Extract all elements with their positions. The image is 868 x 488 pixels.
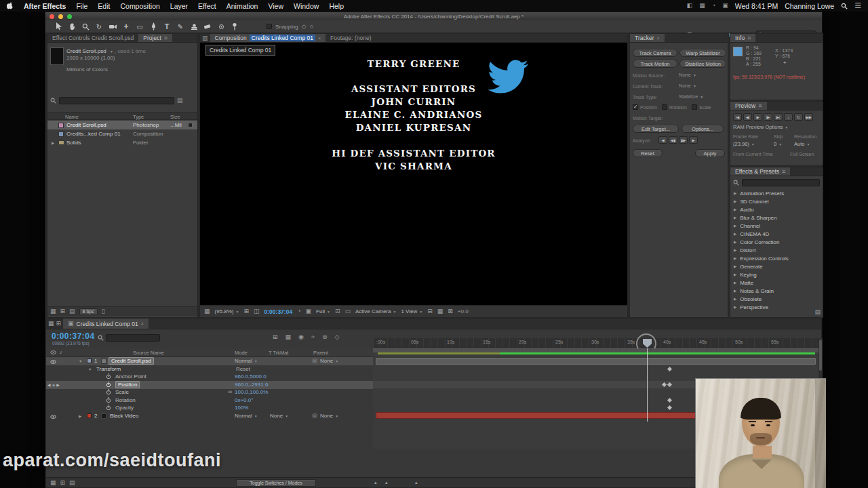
property-row[interactable]: Anchor Point 960.0,5000.0 [46, 373, 373, 381]
project-search-input[interactable] [59, 97, 174, 104]
hide-shy-layers-icon[interactable]: ◉ [298, 334, 304, 340]
scrollbar-thumb[interactable] [819, 340, 822, 371]
layer-name[interactable]: Credit Scroll.psd [108, 357, 154, 365]
effects-category[interactable]: ▶Noise & Grain [730, 287, 823, 295]
track-camera-button[interactable]: Track Camera [633, 49, 677, 57]
tab-effect-controls[interactable]: Effect Controls Credit Scroll.psd [47, 34, 138, 42]
orbit-camera-tool-icon[interactable]: ↻ [94, 22, 104, 31]
expand-inout-icon[interactable]: ▤ [69, 480, 75, 486]
effects-category[interactable]: ▶Obsolete [730, 295, 823, 303]
effects-category[interactable]: ▶Color Correction [730, 238, 823, 246]
composition-viewer[interactable]: TERRY GREENE ASSISTANT EDITORS JOHN CURR… [200, 43, 627, 305]
project-row[interactable]: ▶ Solids Folder [47, 138, 197, 147]
property-label[interactable]: Position [115, 381, 140, 388]
brush-tool-icon[interactable]: ✎ [176, 22, 185, 31]
track-motion-button[interactable]: Track Motion [633, 60, 677, 68]
menu-after-effects[interactable]: After Effects [24, 2, 66, 10]
layer-duration-bar-red[interactable] [376, 412, 696, 419]
snapshot-icon[interactable]: ◔ [297, 308, 300, 314]
twirl-icon[interactable]: ▼ [88, 367, 92, 371]
effects-category[interactable]: ▶Audio [730, 205, 823, 214]
full-screen-label[interactable]: Full Screen [790, 152, 814, 157]
mask-visibility-icon[interactable]: ◫ [254, 308, 260, 314]
pen-tool-icon[interactable] [149, 22, 158, 31]
magnification-menu[interactable]: (95.8%)▼ [215, 308, 239, 314]
column-parent[interactable]: Parent [313, 350, 328, 356]
first-frame-icon[interactable]: |◀ [733, 113, 742, 121]
menubar-status-icon[interactable]: ◧ [687, 3, 693, 9]
effects-category[interactable]: ▶Expression Controls [730, 254, 823, 262]
track-matte-select[interactable]: None▼ [270, 413, 288, 419]
type-tool-icon[interactable]: T [162, 22, 172, 31]
menu-file[interactable]: File [76, 2, 87, 10]
label-color-swatch[interactable] [87, 359, 92, 363]
menu-composition[interactable]: Composition [120, 2, 159, 10]
analyze-step-back-icon[interactable]: ◀▮ [669, 136, 677, 144]
timeline-timecode[interactable]: 0:00:37:04 [52, 331, 95, 341]
menu-effect[interactable]: Effect [198, 2, 216, 10]
column-trkmat[interactable]: T TrkMat [269, 350, 288, 356]
panel-menu-icon[interactable]: ≡ [782, 169, 785, 175]
track-type-select[interactable]: Stabilize▼ [679, 94, 703, 100]
analyze-backward-icon[interactable]: ◀ [658, 136, 667, 144]
frame-rate-select[interactable]: (23.98)▼ [733, 141, 755, 147]
previous-frame-icon[interactable]: ◀| [743, 113, 752, 121]
column-source-name[interactable]: Source Name [133, 350, 164, 356]
menu-view[interactable]: View [268, 2, 283, 10]
effects-search-input[interactable] [742, 179, 820, 186]
stopwatch-icon[interactable] [106, 389, 111, 396]
menubar-clock[interactable]: Wed 8:41 PM [735, 2, 778, 10]
keyframe-icon[interactable] [667, 367, 672, 371]
pan-behind-tool-icon[interactable]: + [121, 22, 131, 31]
tab-preview[interactable]: Preview≡ [730, 102, 767, 110]
layer-duration-bar[interactable] [376, 358, 816, 365]
apple-menu-icon[interactable] [7, 2, 14, 10]
blend-mode-select[interactable]: Normal▼ [235, 358, 258, 364]
composition-mini-flowchart-icon[interactable]: ⊞ [273, 334, 278, 340]
eye-icon[interactable] [50, 359, 56, 365]
effects-category[interactable]: ▶Perspective [730, 303, 823, 311]
column-name[interactable]: Name [65, 114, 79, 120]
menubar-status-icon[interactable]: ▣ [722, 3, 728, 9]
effects-category[interactable]: ▶Channel [730, 222, 823, 230]
camera-tool-icon[interactable] [108, 22, 117, 31]
panel-group-icon[interactable]: ▦ [48, 321, 54, 327]
parent-select[interactable]: None▼ [320, 358, 338, 364]
region-of-interest-icon[interactable]: ⊡ [335, 308, 340, 314]
transparency-grid-icon[interactable]: ▭ [344, 308, 351, 314]
menu-animation[interactable]: Animation [226, 2, 258, 10]
effects-category[interactable]: ▶3D Channel [730, 197, 823, 205]
property-row[interactable]: Opacity 100% [46, 404, 373, 412]
time-ruler[interactable]: :00s 05s 10s 15s 20s 25s 30s 35s 40s 45s… [373, 338, 818, 348]
menu-window[interactable]: Window [294, 2, 319, 10]
expand-layer-switches-icon[interactable]: ▦ [50, 480, 56, 486]
warp-stabilizer-button[interactable]: Warp Stabilizer [679, 49, 726, 57]
pickwhip-icon[interactable]: ◎ [312, 358, 317, 364]
property-value[interactable]: 960.0,-2931.6 [235, 382, 268, 388]
property-value[interactable]: 0x+0.0° [235, 397, 253, 403]
fast-previews-icon[interactable]: ▦ [437, 308, 443, 314]
ram-preview-icon[interactable]: ▶▶ [804, 113, 813, 121]
ram-preview-options-menu[interactable]: RAM Preview Options▼ [733, 124, 788, 130]
delete-icon[interactable]: ▯ [102, 308, 105, 314]
add-keyframe-icon[interactable]: ◆ [52, 382, 56, 387]
expand-transfer-controls-icon[interactable]: ⊞ [60, 480, 66, 486]
project-row[interactable]: Credit Scroll.psd Photoshop ...Mil [47, 121, 197, 129]
zoom-slider-icon[interactable]: ▴ [385, 480, 388, 485]
next-keyframe-icon[interactable]: ▶ [56, 382, 60, 387]
timeline-search-input[interactable] [106, 334, 160, 342]
column-mode[interactable]: Mode [235, 350, 248, 356]
comp-timecode[interactable]: 0:00:37:04 [264, 308, 293, 315]
tab-tracker[interactable]: Tracker× [630, 34, 665, 42]
property-value[interactable]: 960.0,5000.0 [235, 373, 267, 380]
skip-select[interactable]: 0▼ [774, 141, 782, 147]
snapping-checkbox[interactable] [267, 24, 272, 29]
twirl-icon[interactable]: ▶ [52, 141, 54, 145]
playhead-line[interactable] [647, 348, 648, 422]
stabilize-motion-button[interactable]: Stabilize Motion [679, 60, 726, 68]
analyze-forward-icon[interactable]: ▶ [689, 136, 698, 144]
notification-center-icon[interactable]: ☰ [854, 2, 861, 9]
menu-help[interactable]: Help [329, 2, 344, 10]
scale-checkbox[interactable] [692, 104, 697, 110]
pickwhip-icon[interactable]: ◎ [312, 413, 317, 419]
